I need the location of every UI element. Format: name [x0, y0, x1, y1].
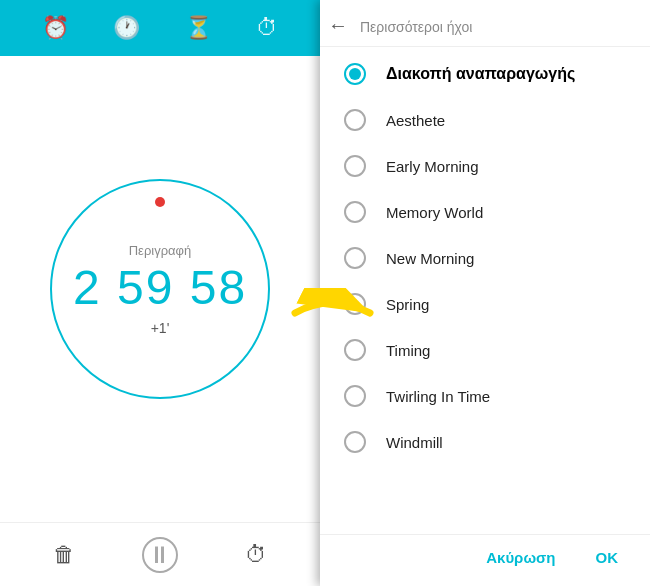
yellow-arrow: [290, 288, 380, 342]
dialog-footer: Ακύρωση OK: [320, 534, 650, 586]
radio-aesthete: [344, 109, 366, 131]
back-arrow[interactable]: ←: [328, 14, 348, 37]
radio-stop-playback: [344, 63, 366, 85]
dialog-item-twirling-in-time[interactable]: Twirling In Time: [320, 373, 650, 419]
dialog-item-stop-playback[interactable]: Διακοπή αναπαραγωγής: [320, 51, 650, 97]
timer-stop-icon[interactable]: ⏱: [245, 542, 267, 568]
item-label-memory-world: Memory World: [386, 204, 483, 221]
radio-windmill: [344, 431, 366, 453]
alarm-icon[interactable]: ⏰: [42, 15, 69, 41]
ok-button[interactable]: OK: [588, 545, 627, 570]
dialog-item-windmill[interactable]: Windmill: [320, 419, 650, 465]
item-label-new-morning: New Morning: [386, 250, 474, 267]
left-panel: ⏰ 🕐 ⏳ ⏱ Πο... Πο... Μι... Νέ... Αν... 11…: [0, 0, 320, 586]
bottom-bar: 🗑 ⏸ ⏱: [0, 522, 320, 586]
timer-circle: Περιγραφή 2 59 58 +1': [50, 179, 270, 399]
radio-memory-world: [344, 201, 366, 223]
red-dot: [155, 197, 165, 207]
circle-border: [50, 179, 270, 399]
radio-early-morning: [344, 155, 366, 177]
item-label-early-morning: Early Morning: [386, 158, 479, 175]
item-label-windmill: Windmill: [386, 434, 443, 451]
radio-timing: [344, 339, 366, 361]
dialog-item-aesthete[interactable]: Aesthete: [320, 97, 650, 143]
dialog-header: Περισσότεροι ήχοι: [320, 0, 650, 47]
cancel-button[interactable]: Ακύρωση: [478, 545, 563, 570]
radio-inner: [349, 68, 361, 80]
top-bar: ⏰ 🕐 ⏳ ⏱: [0, 0, 320, 56]
radio-twirling-in-time: [344, 385, 366, 407]
dialog-title: Περισσότεροι ήχοι: [360, 19, 472, 35]
timer-icon[interactable]: ⏱: [256, 15, 278, 41]
dialog-item-memory-world[interactable]: Memory World: [320, 189, 650, 235]
hourglass-icon[interactable]: ⏳: [185, 15, 212, 41]
pause-icon[interactable]: ⏸: [142, 537, 178, 573]
item-label-twirling-in-time: Twirling In Time: [386, 388, 490, 405]
timer-area: Περιγραφή 2 59 58 +1': [0, 56, 320, 522]
item-label-aesthete: Aesthete: [386, 112, 445, 129]
dialog-item-new-morning[interactable]: New Morning: [320, 235, 650, 281]
item-label-spring: Spring: [386, 296, 429, 313]
dialog-item-early-morning[interactable]: Early Morning: [320, 143, 650, 189]
trash-icon[interactable]: 🗑: [53, 542, 75, 568]
clock-icon[interactable]: 🕐: [113, 15, 140, 41]
radio-new-morning: [344, 247, 366, 269]
item-label-stop-playback: Διακοπή αναπαραγωγής: [386, 65, 575, 83]
item-label-timing: Timing: [386, 342, 430, 359]
